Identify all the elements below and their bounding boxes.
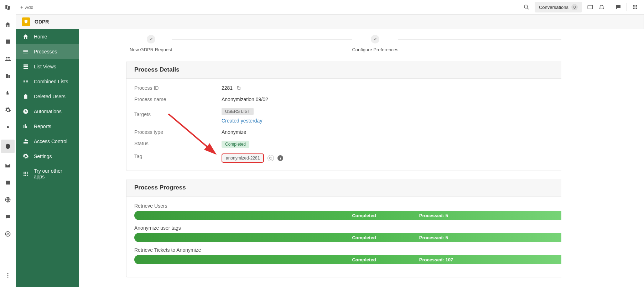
search-icon[interactable] [523, 4, 530, 10]
rail-logo[interactable] [3, 3, 12, 12]
sidebar-item-label: Try our other apps [34, 168, 73, 179]
sidebar-item-reports[interactable]: Reports [16, 119, 79, 134]
svg-point-17 [25, 173, 26, 174]
rail-home-icon[interactable] [3, 20, 12, 29]
svg-rect-11 [636, 8, 638, 10]
step-label: Progress [578, 47, 598, 52]
card-header: Process Progress [126, 179, 602, 197]
step-line [398, 39, 578, 40]
left-rail [0, 0, 16, 287]
svg-point-5 [7, 277, 9, 278]
sidebar-item-label: List Views [34, 64, 56, 69]
rail-settings-icon[interactable] [3, 105, 12, 115]
detail-label-type: Process type [134, 129, 222, 135]
rail-more-icon[interactable] [3, 271, 12, 280]
step-label: Configure Preferences [352, 47, 398, 52]
progress-status: Completed [352, 235, 376, 240]
copy-icon[interactable] [236, 85, 241, 90]
process-details-card: Process Details Process ID 2281 Process … [126, 61, 602, 171]
svg-rect-10 [633, 8, 635, 10]
progress-title: Anonymize user tags [134, 225, 594, 231]
progress-row: Retrieve Tickets to Anonymize Completed … [134, 247, 594, 264]
detail-label-targets: Targets [134, 108, 222, 117]
rail-earth-icon[interactable] [3, 229, 12, 239]
status-badge: Completed [222, 141, 249, 148]
rail-explore-icon[interactable] [3, 122, 12, 132]
rail-chat-icon[interactable] [3, 212, 12, 221]
clock-icon[interactable] [268, 155, 274, 161]
rail-mail-icon[interactable] [3, 161, 12, 170]
sidebar-item-processes[interactable]: Processes [16, 44, 79, 59]
step-label: New GDPR Request [130, 47, 172, 52]
sidebar-item-settings[interactable]: Settings [16, 149, 79, 164]
sidebar-item-home[interactable]: Home [16, 29, 79, 44]
rail-globe-icon[interactable] [3, 195, 12, 204]
add-button[interactable]: + Add [20, 5, 33, 10]
sidebar-item-label: Combined Lists [34, 79, 68, 84]
targets-link[interactable]: Created yesterday [222, 118, 262, 124]
step-new-request[interactable]: New GDPR Request [130, 35, 172, 52]
apps-icon[interactable] [632, 4, 638, 10]
svg-point-6 [524, 5, 528, 8]
messages-icon[interactable] [587, 4, 593, 10]
svg-rect-9 [636, 5, 638, 7]
bell-icon[interactable] [598, 4, 605, 10]
comment-icon[interactable] [615, 4, 622, 10]
sidebar-item-access-control[interactable]: Access Control [16, 134, 79, 149]
sidebar-item-list-views[interactable]: List Views [16, 59, 79, 74]
svg-point-18 [27, 173, 28, 174]
progress-title: Retrieve Users [134, 203, 594, 209]
divider [627, 3, 627, 11]
rail-video-icon[interactable] [3, 178, 12, 187]
progress-processed: Processed: 5 [419, 213, 448, 218]
sidebar-item-combined-lists[interactable]: Combined Lists [16, 74, 79, 89]
check-icon [147, 35, 155, 43]
rail-people-icon[interactable] [3, 54, 12, 63]
conversations-count: 0 [571, 4, 578, 10]
sidebar-item-label: Automations [34, 109, 62, 114]
progress-bar: Completed Processed: 5 [134, 211, 594, 220]
conversations-label: Conversations [539, 5, 568, 10]
process-type-value: Anonymize [222, 129, 246, 135]
conversations-button[interactable]: Conversations 0 [535, 2, 582, 12]
svg-point-4 [7, 275, 9, 276]
process-progress-card: Process Progress Retrieve Users Complete… [126, 179, 602, 277]
process-id-value: 2281 [222, 85, 233, 91]
detail-label-tag: Tag [134, 153, 222, 159]
sidebar-item-label: Deleted Users [34, 94, 66, 99]
detail-label-id: Process ID [134, 85, 222, 91]
title-bar: GDPR [16, 14, 644, 29]
sidebar-item-other-apps[interactable]: Try our other apps [16, 164, 79, 184]
svg-rect-22 [238, 87, 240, 89]
rail-inbox-icon[interactable] [3, 37, 12, 46]
svg-rect-8 [633, 5, 635, 7]
svg-point-3 [7, 273, 9, 274]
top-header: + Add Conversations 0 [16, 0, 644, 14]
svg-point-20 [25, 175, 26, 176]
rail-gdpr-icon[interactable] [1, 140, 15, 153]
progress-processed: Processed: 5 [419, 235, 448, 240]
sidebar-item-label: Access Control [34, 139, 67, 144]
detail-label-name: Process name [134, 96, 222, 102]
sidebar-item-label: Home [34, 34, 47, 40]
svg-rect-7 [588, 5, 593, 9]
step-configure[interactable]: Configure Preferences [352, 35, 398, 52]
tag-value: anonymized-2281 [222, 153, 264, 163]
sidebar-item-deleted-users[interactable]: Deleted Users [16, 89, 79, 104]
targets-pill: USERS LIST [222, 108, 254, 115]
main-content: New GDPR Request Configure Preferences 3… [79, 29, 644, 287]
svg-point-14 [25, 172, 26, 173]
rail-reports-icon[interactable] [3, 88, 12, 98]
step-progress[interactable]: 3 Progress [578, 35, 598, 52]
step-line [172, 39, 352, 40]
progress-row: Retrieve Users Completed Processed: 5 [134, 203, 594, 220]
svg-point-16 [24, 173, 25, 174]
info-icon[interactable]: i [277, 155, 283, 161]
svg-point-19 [24, 175, 25, 176]
stepper: New GDPR Request Configure Preferences 3… [126, 35, 602, 52]
sidebar-item-automations[interactable]: Automations [16, 104, 79, 119]
progress-bar: Completed Processed: 107 [134, 255, 594, 264]
rail-org-icon[interactable] [3, 71, 12, 80]
svg-point-13 [24, 172, 25, 173]
side-nav: Home Processes List Views Combined Lists… [16, 29, 79, 287]
